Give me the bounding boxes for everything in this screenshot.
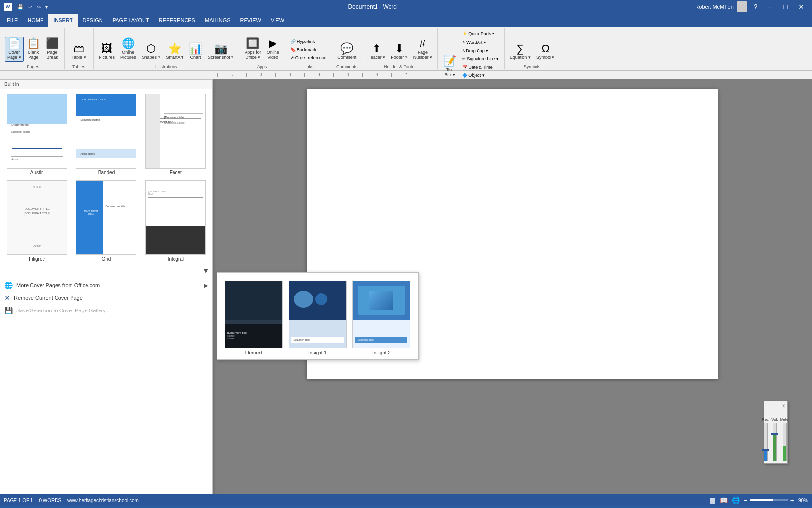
zoom-in-button[interactable]: + — [790, 497, 794, 504]
shapes-button[interactable]: ⬡ Shapes ▾ — [140, 42, 163, 62]
pictures-icon: 🖼 — [102, 43, 112, 54]
cover-page-dropdown: Built-in Document title Document subtitl… — [0, 79, 213, 494]
read-mode-button[interactable]: 📖 — [720, 496, 728, 504]
web-layout-button[interactable]: 🌐 — [732, 496, 740, 504]
tab-home[interactable]: HOME — [23, 14, 48, 27]
cover-item-filigree[interactable]: ✿ ✿ ✿ [DOCUMENT TITLE] + Author Filigree — [4, 180, 70, 262]
volume-close-button[interactable]: ✕ — [782, 403, 785, 409]
hyperlink-button[interactable]: 🔗 Hyperlink — [288, 38, 329, 45]
equation-label: Equation ▾ — [510, 55, 531, 60]
redo-qa-button[interactable]: ↪ — [35, 3, 43, 11]
tab-page-layout[interactable]: PAGE LAYOUT — [108, 14, 154, 27]
cover-item-facet[interactable]: [Document title] [Document subtitle] Fac… — [143, 93, 208, 176]
minimize-button[interactable]: ─ — [765, 2, 777, 12]
text-box-icon: 📝 — [443, 56, 456, 66]
qa-more-button[interactable]: ▾ — [44, 3, 50, 11]
insight1-thumb: [Document title] — [289, 281, 347, 348]
apps-for-office-button[interactable]: 🔲 Apps forOffice ▾ — [242, 37, 263, 62]
cover-item-grid[interactable]: DOCUMENTTITLE Document subtitle Grid — [73, 180, 139, 262]
object-button[interactable]: 🔷 Object ▾ — [460, 71, 501, 79]
tab-review[interactable]: REVIEW — [235, 14, 266, 27]
ribbon-group-symbols: ∑ Equation ▾ Ω Symbol ▾ Symbols — [505, 28, 560, 69]
footer-button[interactable]: ⬇ Footer ▾ — [389, 42, 410, 62]
scroll-down-button[interactable]: ▼ — [202, 266, 210, 276]
more-cover-pages-item[interactable]: 🌐 More Cover Pages from Office.com ▶ — [0, 279, 212, 292]
symbol-button[interactable]: Ω Symbol ▾ — [534, 42, 557, 62]
zoom-fill — [750, 499, 773, 501]
tables-group-label: Tables — [68, 63, 90, 69]
cover-item-integral[interactable]: [DOCUMENT TITLE] [Title] [DOCUMENT TITLE… — [143, 180, 208, 262]
date-time-button[interactable]: 📅 Date & Time — [460, 63, 501, 71]
chart-button[interactable]: 📊 Chart — [187, 42, 204, 62]
smartart-icon: ⭐ — [168, 43, 181, 54]
help-button[interactable]: ? — [750, 2, 762, 12]
zoom-out-button[interactable]: − — [744, 497, 748, 504]
rec-slider[interactable] — [764, 423, 768, 461]
vol-slider[interactable] — [773, 423, 777, 461]
online-pictures-button[interactable]: 🌐 OnlinePictures — [118, 37, 139, 62]
additional-cover-insight1[interactable]: [Document title] Insight 1 — [289, 281, 347, 355]
zoom-bar — [750, 499, 788, 501]
page-number-button[interactable]: # PageNumber ▾ — [411, 37, 435, 62]
page-break-button[interactable]: ⬛ PageBreak — [44, 37, 61, 62]
meter-slider — [783, 423, 787, 461]
print-layout-button[interactable]: ▤ — [710, 496, 716, 504]
tab-file[interactable]: FILE — [2, 14, 23, 27]
signature-line-button[interactable]: ✏ Signature Line ▾ — [460, 55, 501, 63]
pictures-label: Pictures — [99, 55, 115, 60]
window-title: Document1 - Word — [50, 3, 695, 10]
drop-cap-button[interactable]: A Drop Cap ▾ — [460, 47, 501, 55]
built-in-header: Built-in — [0, 80, 212, 89]
tab-mailings[interactable]: MAILINGS — [200, 14, 235, 27]
cover-item-banded[interactable]: DOCUMENT TITLE Document subtitle Author … — [73, 93, 139, 176]
smartart-button[interactable]: ⭐ SmartArt — [164, 42, 186, 62]
header-button[interactable]: ⬆ Header ▾ — [365, 42, 388, 62]
restore-button[interactable]: □ — [780, 2, 792, 12]
cover-thumb-integral: [DOCUMENT TITLE] [Title] [DOCUMENT TITLE… — [145, 180, 206, 255]
cover-page-button[interactable]: 📄 CoverPage ▾ — [5, 37, 24, 62]
more-cover-pages-icon: 🌐 — [4, 282, 13, 289]
close-button[interactable]: ✕ — [795, 2, 808, 12]
pages-buttons: 📄 CoverPage ▾ 📋 BlankPage ⬛ PageBreak — [5, 28, 61, 62]
pictures-button[interactable]: 🖼 Pictures — [97, 42, 117, 62]
cross-reference-button[interactable]: ↗ Cross-reference — [288, 54, 329, 62]
tab-insert[interactable]: INSERT — [48, 14, 77, 27]
ruler-mark-2: 2 — [246, 73, 276, 77]
tab-references[interactable]: REFERENCES — [154, 14, 200, 27]
header-footer-buttons: ⬆ Header ▾ ⬇ Footer ▾ # PageNumber ▾ — [365, 28, 435, 62]
quick-parts-button[interactable]: ⚡ Quick Parts ▾ — [460, 30, 501, 38]
bookmark-button[interactable]: 🔖 Bookmark — [288, 46, 329, 54]
text-box-button[interactable]: 📝 TextBox ▾ — [441, 54, 459, 79]
cover-item-austin[interactable]: Document title Document subtitle Author … — [4, 93, 70, 176]
additional-cover-element[interactable]: [Document title] subtitle author Element — [225, 281, 283, 355]
title-bar: W 💾 ↩ ↪ ▾ Document1 - Word Robert McMill… — [0, 0, 812, 14]
tab-view[interactable]: VIEW — [266, 14, 289, 27]
remove-cover-page-label: Remove Current Cover Page — [14, 295, 83, 301]
apps-for-office-label: Apps forOffice ▾ — [245, 50, 261, 60]
website-label: www.heritagechristianschool.com — [67, 498, 139, 503]
save-selection-icon: 💾 — [4, 307, 13, 314]
blank-page-button[interactable]: 📋 BlankPage — [25, 37, 43, 62]
online-video-button[interactable]: ▶ OnlineVideo — [264, 37, 282, 62]
cover-page-icon: 📄 — [8, 38, 21, 49]
ruler: 1 2 3 4 5 6 7 — [0, 71, 812, 79]
ruler-mark-6: 6 — [362, 73, 392, 77]
comment-button[interactable]: 💬 Comment — [335, 42, 359, 62]
cover-name-facet: Facet — [170, 170, 182, 175]
date-time-icon: 📅 — [462, 65, 467, 70]
table-button[interactable]: 🗃 Table ▾ — [70, 42, 88, 62]
screenshot-label: Screenshot ▾ — [208, 55, 233, 60]
online-pictures-label: OnlinePictures — [120, 50, 136, 60]
equation-button[interactable]: ∑ Equation ▾ — [508, 42, 533, 62]
quick-access-toolbar: 💾 ↩ ↪ ▾ — [15, 3, 50, 11]
ruler-mark-4: 4 — [304, 73, 334, 77]
element-thumb: [Document title] subtitle author — [225, 281, 283, 348]
remove-cover-page-item[interactable]: ✕ Remove Current Cover Page — [0, 292, 212, 304]
save-qa-button[interactable]: 💾 — [15, 3, 25, 11]
undo-qa-button[interactable]: ↩ — [26, 3, 34, 11]
tab-design[interactable]: DESIGN — [78, 14, 108, 27]
screenshot-button[interactable]: 📷 Screenshot ▾ — [205, 42, 236, 62]
additional-cover-insight2[interactable]: [Document title] Insight 2 — [352, 281, 410, 355]
header-label: Header ▾ — [367, 55, 385, 60]
wordart-button[interactable]: 𝐀 WordArt ▾ — [460, 38, 501, 46]
